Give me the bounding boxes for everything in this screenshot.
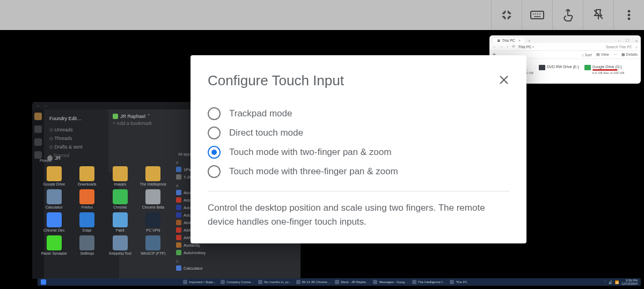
close-button[interactable]: [499, 75, 509, 87]
back-button[interactable]: ←: [493, 45, 496, 49]
app-tile[interactable]: Chrome: [104, 189, 137, 209]
radio-option-0[interactable]: Trackpad mode: [208, 104, 509, 123]
taskbar-item[interactable]: This PC: [450, 280, 467, 284]
radio-icon: [208, 165, 221, 178]
radio-icon: [208, 146, 221, 159]
svg-point-9: [628, 18, 630, 20]
radio-label: Touch mode with two-finger pan & zoom: [229, 147, 391, 158]
collapse-button[interactable]: [491, 0, 522, 30]
radio-icon: [208, 107, 221, 120]
minimize-button[interactable]: −: [616, 39, 623, 43]
sidebar-item-3[interactable]: [34, 138, 42, 146]
up-button[interactable]: ↑: [507, 45, 509, 49]
dialog-title: Configure Touch Input: [208, 72, 344, 89]
pin-off-icon: [592, 9, 604, 21]
app-tile[interactable]: Razer Synapse: [38, 235, 71, 255]
taskbar-item[interactable]: Slack - JR Rapha…: [335, 280, 369, 284]
sidebar-item-4[interactable]: [34, 151, 42, 159]
radio-option-1[interactable]: Direct touch mode: [208, 123, 509, 143]
radio-option-2[interactable]: Touch mode with two-finger pan & zoom: [208, 143, 509, 162]
sort-menu[interactable]: ↕ Sort: [582, 53, 591, 57]
drive-item[interactable]: Google Drive (G:)6.9 GB free of 100 GB: [584, 65, 624, 75]
taskbar-item[interactable]: Six months in, yo…: [258, 280, 292, 284]
address-path[interactable]: This PC ›: [518, 45, 603, 49]
radio-label: Touch mode with three-finger pan & zoom: [229, 166, 398, 177]
nav-drafts[interactable]: ◇ Drafts & sent: [49, 143, 114, 151]
svg-point-8: [628, 14, 630, 16]
touch-button[interactable]: [552, 0, 583, 30]
tab-close-icon[interactable]: ×: [518, 39, 521, 42]
app-tile[interactable]: Chrome Dev: [38, 212, 71, 232]
app-tile[interactable]: Settings: [71, 235, 104, 255]
radio-label: Direct touch mode: [229, 128, 303, 138]
taskbar-item[interactable]: Company Conne…: [221, 280, 254, 284]
taskbar: Important • Supe…Company Conne…Six month…: [38, 278, 641, 286]
radio-icon: [208, 127, 221, 139]
app-tile[interactable]: Google Drive: [38, 166, 71, 186]
add-bookmark[interactable]: Add a bookmark: [116, 121, 152, 126]
touch-icon: [562, 9, 574, 21]
keyboard-icon: [530, 10, 544, 20]
svg-point-7: [628, 10, 630, 12]
top-toolbar: [0, 0, 644, 30]
clock-date: 12/13/2024: [621, 282, 638, 285]
divider: [208, 191, 509, 191]
radio-option-3[interactable]: Touch mode with three-finger pan & zoom: [208, 162, 509, 181]
collapse-icon: [501, 9, 513, 21]
channel-user[interactable]: JR Raphael: [120, 114, 145, 119]
app-tile[interactable]: Calculator: [38, 189, 71, 209]
drive-item[interactable]: DVD RW Drive (E:): [539, 65, 579, 75]
refresh-button[interactable]: ⟳: [512, 45, 515, 49]
app-tile[interactable]: PC VPN: [137, 212, 170, 232]
app-tile[interactable]: Paint: [104, 212, 137, 232]
start-button[interactable]: [41, 279, 46, 285]
workspace-name[interactable]: Foundry Edit…: [49, 116, 114, 121]
sidebar-item-2[interactable]: [34, 125, 42, 133]
search-box[interactable]: Search This PC: [606, 45, 632, 49]
system-tray[interactable]: ˄🔊📶 3:59 PM12/13/2024: [604, 279, 638, 285]
app-tile[interactable]: Images: [104, 166, 137, 186]
keyboard-button[interactable]: [522, 0, 552, 30]
sidebar-item-home[interactable]: [34, 113, 42, 120]
dialog-description: Control the desktop position and scale u…: [208, 201, 509, 228]
current-user[interactable]: JR: [55, 155, 61, 161]
nav-threads[interactable]: ◇ Threads: [49, 134, 114, 143]
radio-group: Trackpad modeDirect touch modeTouch mode…: [208, 104, 509, 181]
taskbar-item[interactable]: Important • Supe…: [183, 280, 216, 284]
taskbar-item[interactable]: The Intelligence f…: [412, 280, 446, 284]
app-tile[interactable]: Downloads: [71, 166, 104, 186]
app-tile[interactable]: WinSCP (FTP): [137, 235, 170, 255]
app-list-item[interactable]: AutoHotkey: [176, 249, 234, 256]
touch-input-dialog: Configure Touch Input Trackpad modeDirec…: [191, 55, 526, 243]
new-tab-button[interactable]: +: [526, 39, 532, 43]
view-menu[interactable]: ▤ View: [596, 53, 609, 57]
taskbar-item[interactable]: 83 14 JR Chrome…: [296, 280, 331, 284]
window-close-button[interactable]: ×: [632, 39, 641, 43]
app-tile[interactable]: Snipping Tool: [104, 235, 137, 255]
close-icon: [499, 75, 509, 85]
svg-rect-0: [531, 11, 544, 19]
more-icon: [627, 10, 631, 20]
details-toggle[interactable]: ▦ Details: [621, 53, 638, 57]
app-tile[interactable]: The Intelligence: [137, 166, 170, 186]
allapps-label: All apps: [178, 152, 192, 156]
app-tile[interactable]: Chrome Beta: [137, 189, 170, 209]
start-pinned-grid: Google DriveDownloadsImagesThe Intellige…: [38, 166, 170, 255]
app-tile[interactable]: Firefox: [71, 189, 104, 209]
app-list-item[interactable]: Calculator: [176, 264, 234, 272]
pin-button[interactable]: [583, 0, 613, 30]
radio-label: Trackpad mode: [229, 108, 292, 119]
explorer-tab[interactable]: 🖥 This PC×: [493, 38, 525, 43]
app-tile[interactable]: Edge: [71, 212, 104, 232]
pinned-label: Pinned: [40, 159, 52, 162]
maximize-button[interactable]: ☐: [624, 39, 631, 43]
nav-unreads[interactable]: ◇ Unreads: [49, 125, 114, 134]
more-button[interactable]: [613, 0, 644, 30]
taskbar-item[interactable]: Messages - Goog…: [373, 280, 407, 284]
forward-button[interactable]: →: [500, 45, 503, 49]
taskbar-center: Important • Supe…Company Conne…Six month…: [49, 280, 601, 284]
